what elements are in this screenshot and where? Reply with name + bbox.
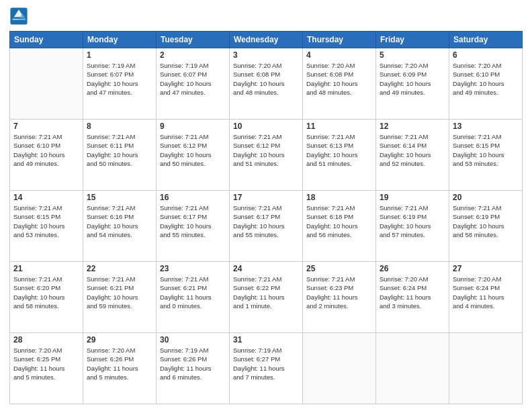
day-number: 2 — [160, 50, 226, 60]
calendar-cell: 4Sunrise: 7:20 AMSunset: 6:08 PMDaylight… — [303, 48, 376, 120]
col-monday: Monday — [83, 32, 157, 48]
calendar-week-1: 7Sunrise: 7:21 AMSunset: 6:10 PMDaylight… — [10, 120, 523, 191]
day-info: Sunrise: 7:20 AMSunset: 6:25 PMDaylight:… — [13, 346, 79, 381]
calendar-cell: 14Sunrise: 7:21 AMSunset: 6:15 PMDayligh… — [10, 191, 83, 262]
logo-icon — [9, 7, 28, 26]
day-number: 6 — [453, 50, 519, 60]
day-info: Sunrise: 7:21 AMSunset: 6:17 PMDaylight:… — [160, 203, 226, 239]
day-info: Sunrise: 7:21 AMSunset: 6:14 PMDaylight:… — [380, 132, 445, 168]
day-number: 31 — [233, 335, 299, 345]
day-number: 26 — [380, 264, 445, 273]
day-number: 1 — [87, 50, 152, 60]
calendar-cell: 18Sunrise: 7:21 AMSunset: 6:18 PMDayligh… — [303, 191, 376, 262]
day-info: Sunrise: 7:21 AMSunset: 6:20 PMDaylight:… — [13, 275, 79, 310]
day-info: Sunrise: 7:21 AMSunset: 6:17 PMDaylight:… — [233, 203, 299, 239]
calendar-cell: 27Sunrise: 7:20 AMSunset: 6:24 PMDayligh… — [449, 262, 523, 333]
calendar-cell: 26Sunrise: 7:20 AMSunset: 6:24 PMDayligh… — [376, 262, 449, 333]
day-info: Sunrise: 7:19 AMSunset: 6:26 PMDaylight:… — [160, 346, 226, 381]
col-friday: Friday — [376, 32, 449, 48]
calendar-cell: 30Sunrise: 7:19 AMSunset: 6:26 PMDayligh… — [157, 333, 230, 404]
day-number: 25 — [306, 264, 372, 273]
day-number: 4 — [306, 50, 372, 60]
calendar-week-3: 21Sunrise: 7:21 AMSunset: 6:20 PMDayligh… — [10, 262, 523, 333]
day-info: Sunrise: 7:21 AMSunset: 6:19 PMDaylight:… — [380, 203, 445, 239]
calendar-cell: 7Sunrise: 7:21 AMSunset: 6:10 PMDaylight… — [10, 120, 83, 191]
page: Sunday Monday Tuesday Wednesday Thursday… — [0, 0, 532, 411]
calendar-cell: 16Sunrise: 7:21 AMSunset: 6:17 PMDayligh… — [157, 191, 230, 262]
day-number: 13 — [453, 122, 519, 131]
day-info: Sunrise: 7:20 AMSunset: 6:24 PMDaylight:… — [453, 275, 519, 310]
day-info: Sunrise: 7:21 AMSunset: 6:15 PMDaylight:… — [453, 132, 519, 168]
day-info: Sunrise: 7:19 AMSunset: 6:07 PMDaylight:… — [160, 61, 226, 97]
day-number: 23 — [160, 264, 226, 273]
day-number: 7 — [13, 122, 79, 131]
day-info: Sunrise: 7:20 AMSunset: 6:09 PMDaylight:… — [380, 61, 445, 97]
day-number: 11 — [306, 122, 372, 131]
col-sunday: Sunday — [10, 32, 83, 48]
day-info: Sunrise: 7:21 AMSunset: 6:15 PMDaylight:… — [13, 203, 79, 239]
calendar-week-0: 1Sunrise: 7:19 AMSunset: 6:07 PMDaylight… — [10, 48, 523, 120]
day-number: 16 — [160, 193, 226, 202]
day-number: 10 — [233, 122, 299, 131]
day-number: 9 — [160, 122, 226, 131]
calendar-cell: 17Sunrise: 7:21 AMSunset: 6:17 PMDayligh… — [230, 191, 303, 262]
day-info: Sunrise: 7:21 AMSunset: 6:12 PMDaylight:… — [160, 132, 226, 168]
day-number: 14 — [13, 193, 79, 202]
logo — [9, 7, 31, 26]
calendar-cell: 22Sunrise: 7:21 AMSunset: 6:21 PMDayligh… — [83, 262, 157, 333]
calendar-cell: 23Sunrise: 7:21 AMSunset: 6:21 PMDayligh… — [157, 262, 230, 333]
calendar-cell: 24Sunrise: 7:21 AMSunset: 6:22 PMDayligh… — [230, 262, 303, 333]
day-info: Sunrise: 7:21 AMSunset: 6:21 PMDaylight:… — [160, 275, 226, 310]
calendar-table: Sunday Monday Tuesday Wednesday Thursday… — [9, 31, 523, 404]
calendar-cell — [303, 333, 376, 404]
day-number: 8 — [87, 122, 152, 131]
calendar-cell: 19Sunrise: 7:21 AMSunset: 6:19 PMDayligh… — [376, 191, 449, 262]
day-info: Sunrise: 7:21 AMSunset: 6:16 PMDaylight:… — [87, 203, 152, 239]
col-wednesday: Wednesday — [230, 32, 303, 48]
col-saturday: Saturday — [449, 32, 523, 48]
calendar-cell: 5Sunrise: 7:20 AMSunset: 6:09 PMDaylight… — [376, 48, 449, 120]
day-info: Sunrise: 7:21 AMSunset: 6:21 PMDaylight:… — [87, 275, 152, 310]
calendar-cell: 11Sunrise: 7:21 AMSunset: 6:13 PMDayligh… — [303, 120, 376, 191]
header-row: Sunday Monday Tuesday Wednesday Thursday… — [10, 32, 523, 48]
day-info: Sunrise: 7:20 AMSunset: 6:26 PMDaylight:… — [87, 346, 152, 381]
day-number: 5 — [380, 50, 445, 60]
day-info: Sunrise: 7:21 AMSunset: 6:11 PMDaylight:… — [87, 132, 152, 168]
day-info: Sunrise: 7:19 AMSunset: 6:07 PMDaylight:… — [87, 61, 152, 97]
day-number: 24 — [233, 264, 299, 273]
calendar-cell: 12Sunrise: 7:21 AMSunset: 6:14 PMDayligh… — [376, 120, 449, 191]
calendar-cell: 21Sunrise: 7:21 AMSunset: 6:20 PMDayligh… — [10, 262, 83, 333]
calendar-cell: 8Sunrise: 7:21 AMSunset: 6:11 PMDaylight… — [83, 120, 157, 191]
calendar-cell: 6Sunrise: 7:20 AMSunset: 6:10 PMDaylight… — [449, 48, 523, 120]
calendar-cell — [376, 333, 449, 404]
day-number: 21 — [13, 264, 79, 273]
calendar-cell: 13Sunrise: 7:21 AMSunset: 6:15 PMDayligh… — [449, 120, 523, 191]
calendar-cell: 20Sunrise: 7:21 AMSunset: 6:19 PMDayligh… — [449, 191, 523, 262]
day-info: Sunrise: 7:20 AMSunset: 6:10 PMDaylight:… — [453, 61, 519, 97]
day-number: 15 — [87, 193, 152, 202]
header — [9, 7, 523, 26]
day-info: Sunrise: 7:21 AMSunset: 6:13 PMDaylight:… — [306, 132, 372, 168]
day-number: 27 — [453, 264, 519, 273]
day-info: Sunrise: 7:20 AMSunset: 6:08 PMDaylight:… — [306, 61, 372, 97]
day-number: 12 — [380, 122, 445, 131]
calendar-cell — [10, 48, 83, 120]
day-info: Sunrise: 7:21 AMSunset: 6:10 PMDaylight:… — [13, 132, 79, 168]
day-info: Sunrise: 7:21 AMSunset: 6:18 PMDaylight:… — [306, 203, 372, 239]
day-info: Sunrise: 7:21 AMSunset: 6:23 PMDaylight:… — [306, 275, 372, 310]
calendar-cell — [449, 333, 523, 404]
calendar-cell: 3Sunrise: 7:20 AMSunset: 6:08 PMDaylight… — [230, 48, 303, 120]
calendar-cell: 15Sunrise: 7:21 AMSunset: 6:16 PMDayligh… — [83, 191, 157, 262]
col-tuesday: Tuesday — [157, 32, 230, 48]
calendar-cell: 31Sunrise: 7:19 AMSunset: 6:27 PMDayligh… — [230, 333, 303, 404]
day-number: 3 — [233, 50, 299, 60]
day-info: Sunrise: 7:20 AMSunset: 6:08 PMDaylight:… — [233, 61, 299, 97]
calendar-cell: 10Sunrise: 7:21 AMSunset: 6:12 PMDayligh… — [230, 120, 303, 191]
day-number: 22 — [87, 264, 152, 273]
calendar-week-2: 14Sunrise: 7:21 AMSunset: 6:15 PMDayligh… — [10, 191, 523, 262]
day-number: 20 — [453, 193, 519, 202]
calendar-cell: 9Sunrise: 7:21 AMSunset: 6:12 PMDaylight… — [157, 120, 230, 191]
calendar-cell: 2Sunrise: 7:19 AMSunset: 6:07 PMDaylight… — [157, 48, 230, 120]
calendar-cell: 1Sunrise: 7:19 AMSunset: 6:07 PMDaylight… — [83, 48, 157, 120]
day-number: 17 — [233, 193, 299, 202]
